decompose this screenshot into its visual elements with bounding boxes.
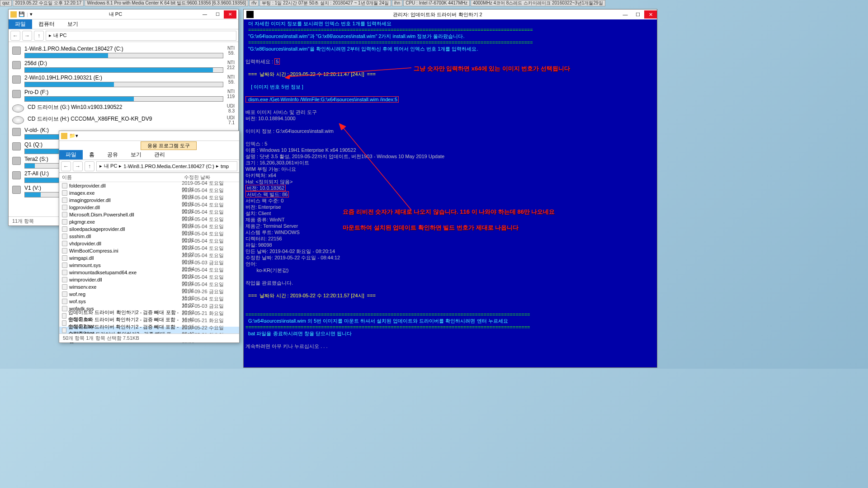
drive-label: CD 드라이브 (G:) Win10.v1903.190522: [28, 103, 220, 111]
col-name[interactable]: 이름: [59, 173, 181, 182]
minimize-button[interactable]: —: [619, 10, 632, 19]
back-button[interactable]: ←: [61, 161, 71, 171]
contextual-tab-strip: 응용 프로그램 도구: [59, 141, 239, 150]
file-name: wimmountadksetupamd64.exe: [69, 270, 137, 275]
drive-item[interactable]: CD 드라이브 (H:) CCCOMA_X86FRE_KO-KR_DV9UDI …: [12, 115, 235, 125]
hdd-icon: [12, 61, 21, 69]
qat-dropdown-icon[interactable]: ▾: [75, 133, 78, 139]
maximize-button[interactable]: ☐: [211, 10, 224, 19]
file-name: imagingprovider.dll: [69, 197, 111, 203]
drive-item[interactable]: 1-Win8.1.PRO.Media.Center.180427 (C:)NTI…: [12, 46, 235, 58]
info-chip: 4000MHz 4코어 8스레드 스카이레이크 20160322~3년1개월29…: [471, 0, 605, 6]
arrow-2: [289, 122, 416, 212]
console-line: bat 파일을 종료하시려면 창을 닫으시면 됩니다: [245, 330, 655, 337]
close-button[interactable]: ✕: [644, 10, 657, 19]
minimize-button[interactable]: —: [198, 10, 211, 19]
tab-파일[interactable]: 파일: [59, 150, 83, 160]
console-line: 파일: 98098: [245, 242, 655, 248]
info-chip-label: qaz: [0, 0, 12, 6]
hdd-icon: [12, 75, 21, 84]
drive-label: 256d (D:): [24, 60, 223, 66]
file-icon: [62, 183, 67, 188]
console-line: 작업을 완료했습니다.: [245, 280, 655, 286]
file-name: imagex.exe: [69, 190, 94, 196]
tab-보기[interactable]: 보기: [124, 150, 148, 160]
console-line: [245, 337, 655, 343]
console-line: === 날짜와 시간 : 2019-05-22 수 12:20:11.57 [2…: [245, 292, 655, 299]
crumb[interactable]: tmp: [220, 164, 230, 169]
console-line: [245, 103, 655, 109]
breadcrumb[interactable]: ▸내 PC: [46, 31, 236, 41]
tab-보기[interactable]: 보기: [61, 19, 85, 29]
hdd-icon: [12, 128, 21, 136]
cd-icon: [12, 104, 24, 113]
file-icon: [62, 241, 67, 246]
qat-save-icon[interactable]: 💾: [19, 11, 25, 17]
svg-marker-3: [339, 123, 346, 130]
tab-홈[interactable]: 홈: [83, 150, 101, 160]
ribbon-tabs: 파일홈공유보기관리: [59, 150, 239, 160]
tab-컴퓨터[interactable]: 컴퓨터: [32, 19, 61, 29]
app-tools-tab[interactable]: 응용 프로그램 도구: [141, 141, 197, 150]
annotation-3: 마운트하여 설치된 업데이트 확인하면 빌드 번호가 제대로 나옵니다: [343, 224, 519, 232]
drive-side-info: NTI 212: [227, 60, 235, 70]
crumb[interactable]: ▸: [99, 163, 103, 169]
file-icon: [62, 284, 67, 290]
window-title: 관리자: 업데이트와 드라이버 확인하기 2: [256, 11, 619, 18]
info-chip: 2019.05.22 수요일 오후 12:20:17: [13, 0, 84, 6]
console-line: "G:\x86\sources\install.wim"을 확인하시려면 2부터…: [245, 46, 655, 52]
up-button[interactable]: ↑: [85, 161, 94, 171]
cd-icon: [12, 116, 24, 124]
drive-label: Pro-D (F:): [24, 89, 223, 95]
drive-item[interactable]: 256d (D:)NTI 212: [12, 60, 235, 73]
crumb[interactable]: 1-Win8.1.PRO.Media.Center.180427 (C:): [123, 164, 215, 169]
close-button[interactable]: ✕: [224, 10, 236, 19]
svg-line-2: [341, 126, 411, 210]
file-name: wof.reg: [69, 291, 85, 297]
breadcrumb[interactable]: ▸내 PC▸1-Win8.1.PRO.Media.Center.180427 (…: [96, 161, 237, 171]
drive-item[interactable]: 2-Win10.19H1.PRO.190321 (E:)NTI 59.: [12, 75, 235, 87]
tab-관리[interactable]: 관리: [148, 150, 171, 160]
titlebar[interactable]: 💾 | ▾ 내 PC — ☐ ✕: [9, 9, 238, 19]
back-button[interactable]: ←: [10, 31, 20, 41]
info-chip: Windows 8.1 Pro with Media Center K 64 b…: [85, 0, 248, 6]
file-name: vhdprovider.dll: [69, 241, 101, 246]
crumb[interactable]: ▸: [48, 33, 52, 38]
console-line: ========================================…: [245, 39, 655, 46]
info-chip-label: ihn: [392, 0, 402, 6]
drive-item[interactable]: Pro-D (F:)NTI 119: [12, 89, 235, 102]
crumb[interactable]: 내 PC: [103, 163, 118, 169]
tab-파일[interactable]: 파일: [9, 19, 32, 29]
console-line: 만든 날짜: 2019-04-02 화요일 - 08:20:14: [245, 248, 655, 254]
file-name: wimserv.exe: [69, 284, 96, 290]
crumb[interactable]: 내 PC: [52, 32, 67, 39]
info-chip: 부팅 : 1일 22시간 07분 50초 설치 : 20180427 ~ 1년 …: [259, 0, 391, 6]
qat-icon[interactable]: 📁: [69, 133, 75, 139]
crumb[interactable]: ▸: [215, 163, 220, 169]
status-bar: 50개 항목 1개 항목 선택함 7.51KB: [59, 333, 239, 343]
file-icon: [62, 248, 67, 253]
forward-button[interactable]: →: [22, 31, 32, 41]
folder-icon: [10, 11, 17, 18]
folder-icon: [61, 133, 67, 139]
up-button[interactable]: ↑: [34, 31, 44, 41]
crumb[interactable]: ▸: [118, 163, 123, 169]
usage-bar: [24, 53, 223, 58]
hdd-icon: [12, 171, 21, 179]
file-icon: [62, 197, 67, 203]
console-line: ko-KR(기본값): [245, 267, 655, 273]
drive-side-info: NTI 119: [227, 89, 235, 99]
usage-bar: [24, 96, 223, 102]
address-bar: ← → ↑ ▸내 PC: [9, 29, 238, 42]
titlebar[interactable]: 관리자: 업데이트와 드라이버 확인하기 2 — ☐ ✕: [244, 9, 657, 19]
drive-item[interactable]: CD 드라이브 (G:) Win10.v1903.190522UDI 8.3: [12, 103, 235, 113]
maximize-button[interactable]: ☐: [632, 10, 644, 19]
explorer-tmp-window: 📁 ▾ 응용 프로그램 도구 파일홈공유보기관리 ← → ↑ ▸내 PC▸1-W…: [59, 131, 240, 343]
forward-button[interactable]: →: [73, 161, 83, 171]
console-line: 디렉터리: 22156: [245, 235, 655, 242]
console-line: [245, 286, 655, 292]
console-line: ========================================…: [245, 311, 655, 318]
console-line: 더 자세한 이미지 정보를 보시려면 인덱스 번호 1개를 입력하세요: [245, 20, 655, 27]
titlebar[interactable]: 📁 ▾: [59, 131, 239, 141]
tab-공유[interactable]: 공유: [101, 150, 124, 160]
